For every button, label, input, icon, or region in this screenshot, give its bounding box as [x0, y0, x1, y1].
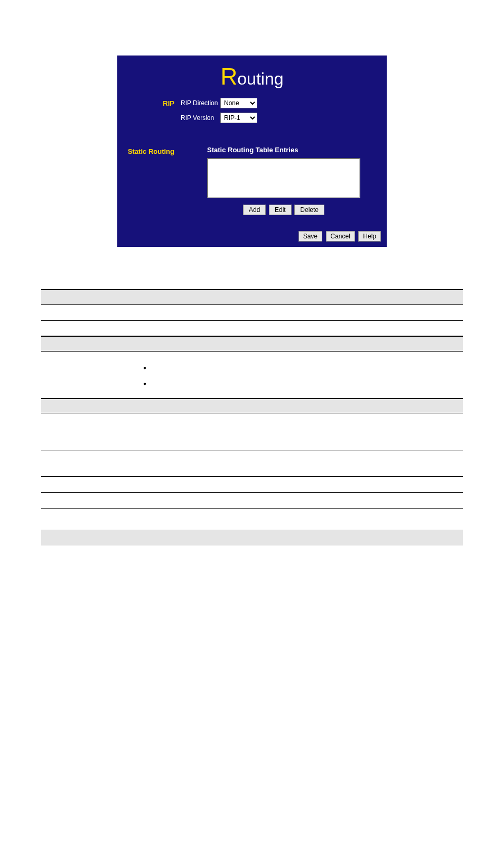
rip-direction-row: RIP Direction None: [181, 98, 381, 108]
save-button[interactable]: Save: [298, 231, 322, 242]
table-cell: [41, 336, 134, 351]
table-cell: [41, 493, 134, 509]
routing-entries-listbox[interactable]: [207, 158, 360, 198]
doc-table-area: [41, 289, 463, 509]
entry-buttons-row: Add Edit Delete: [207, 205, 360, 215]
table-row: [41, 450, 463, 477]
delete-button[interactable]: Delete: [294, 205, 324, 215]
table-cell: [134, 290, 463, 304]
help-button[interactable]: Help: [358, 231, 381, 242]
add-button[interactable]: Add: [243, 205, 266, 215]
rip-version-row: RIP Version RIP-1: [181, 113, 381, 123]
table-cell: [134, 399, 463, 413]
entries-label: Static Routing Table Entries: [207, 146, 381, 154]
rip-version-select[interactable]: RIP-1: [220, 113, 257, 123]
table-cell: [134, 493, 463, 509]
table-cell: [134, 351, 463, 399]
table-cell: [134, 450, 463, 477]
table-cell: [41, 413, 134, 450]
table-header-row: [41, 336, 463, 351]
table-row: [41, 351, 463, 399]
table-cell: [134, 320, 463, 336]
table-row: [41, 320, 463, 336]
title-first-letter: R: [221, 63, 238, 89]
bullet-list: [143, 362, 459, 387]
cancel-button[interactable]: Cancel: [326, 231, 355, 242]
doc-table: [41, 289, 463, 509]
table-cell: [134, 304, 463, 320]
table-header-row: [41, 399, 463, 413]
static-routing-label: Static Routing: [123, 146, 181, 215]
rip-version-label: RIP Version: [181, 114, 220, 122]
table-cell: [134, 477, 463, 493]
list-item: [143, 362, 459, 372]
footer-bar: [41, 530, 463, 546]
rip-section: RIP RIP Direction None RIP Version RIP-1: [123, 98, 381, 127]
table-row: [41, 493, 463, 509]
static-routing-section: Static Routing Static Routing Table Entr…: [123, 146, 381, 215]
routing-panel: Routing RIP RIP Direction None RIP Versi…: [117, 56, 387, 247]
table-cell: [41, 477, 134, 493]
table-cell: [41, 304, 134, 320]
edit-button[interactable]: Edit: [269, 205, 292, 215]
table-cell: [41, 351, 134, 399]
table-row: [41, 413, 463, 450]
rip-direction-label: RIP Direction: [181, 99, 220, 107]
table-cell: [41, 399, 134, 413]
rip-section-label: RIP: [123, 98, 181, 127]
table-row: [41, 477, 463, 493]
title-rest: outing: [237, 69, 283, 88]
table-cell: [41, 290, 134, 304]
table-header-row: [41, 290, 463, 304]
table-cell: [41, 450, 134, 477]
list-item: [143, 378, 459, 387]
footer-buttons: Save Cancel Help: [123, 231, 381, 242]
rip-direction-select[interactable]: None: [220, 98, 257, 108]
table-cell: [134, 336, 463, 351]
table-cell: [134, 413, 463, 450]
static-routing-content: Static Routing Table Entries Add Edit De…: [181, 146, 381, 215]
table-cell: [41, 320, 134, 336]
panel-title: Routing: [123, 63, 381, 90]
table-row: [41, 304, 463, 320]
rip-section-content: RIP Direction None RIP Version RIP-1: [181, 98, 381, 127]
